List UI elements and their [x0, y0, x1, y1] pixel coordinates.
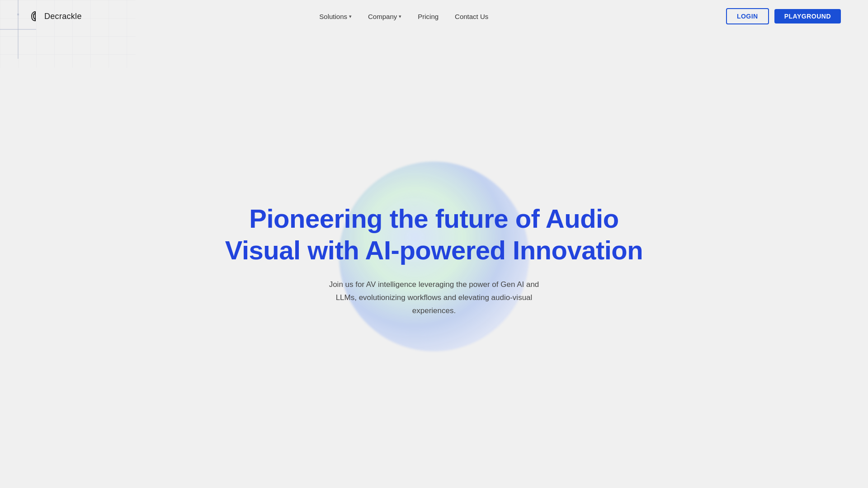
chevron-down-icon: ▾ [349, 14, 352, 19]
nav-pricing[interactable]: Pricing [418, 13, 439, 20]
playground-button[interactable]: PLAYGROUND [774, 9, 841, 23]
chevron-down-icon: ▾ [399, 14, 401, 19]
navbar: Decrackle Solutions ▾ Company ▾ Pricing … [0, 0, 868, 33]
nav-solutions[interactable]: Solutions ▾ [319, 13, 352, 20]
nav-links: Solutions ▾ Company ▾ Pricing Contact Us [319, 13, 488, 20]
brand: Decrackle [27, 10, 82, 23]
hero-section: Pioneering the future of Audio Visual wi… [0, 33, 868, 488]
login-button[interactable]: LOGIN [726, 8, 769, 24]
nav-contact[interactable]: Contact Us [455, 13, 488, 20]
hero-title: Pioneering the future of Audio Visual wi… [225, 203, 643, 266]
hero-subtitle: Join us for AV intelligence leveraging t… [321, 278, 547, 318]
nav-actions: LOGIN PLAYGROUND [726, 8, 841, 24]
brand-name: Decrackle [44, 12, 82, 21]
logo-icon [27, 10, 40, 23]
nav-company[interactable]: Company ▾ [368, 13, 401, 20]
hero-content: Pioneering the future of Audio Visual wi… [225, 203, 643, 318]
